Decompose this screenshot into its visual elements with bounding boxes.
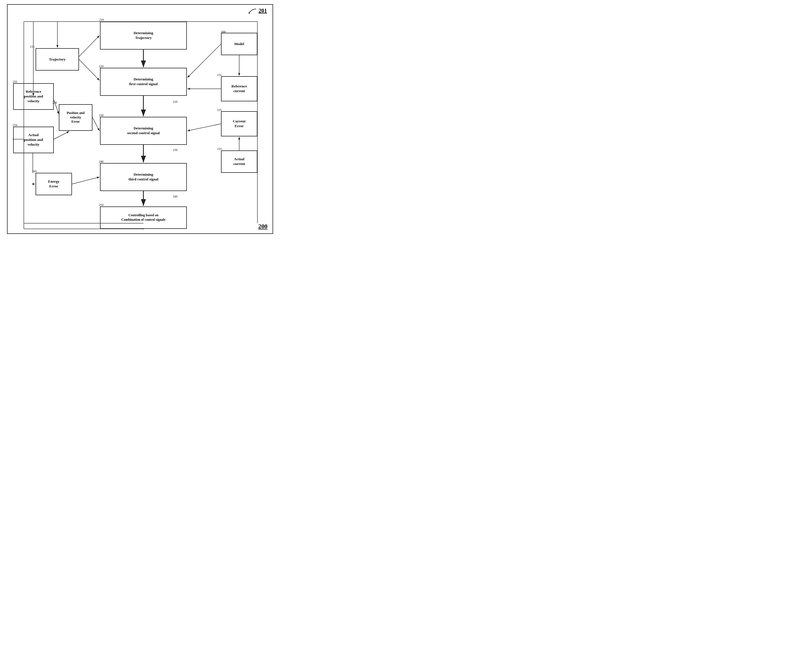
ref-249: 249	[173, 195, 178, 198]
ref-250: 250	[99, 203, 104, 206]
ref-239: 239	[173, 148, 178, 152]
box-energy-error: Energy Error	[35, 173, 72, 195]
ref-231: 231	[217, 73, 222, 77]
svg-line-15	[54, 131, 69, 139]
box-determining-trajectory: Determining Trajectory	[100, 22, 187, 50]
arrow-201-icon	[246, 8, 257, 16]
svg-line-13	[79, 59, 99, 80]
label-200: 200	[258, 223, 267, 230]
ref-215: 215	[30, 45, 35, 48]
box-determining-third: Determining third control signal	[100, 163, 187, 191]
ref-234: 234	[13, 123, 18, 126]
ref-500: 500	[221, 30, 226, 34]
box-reference-current: Reference current	[221, 76, 257, 101]
svg-line-12	[79, 35, 99, 57]
box-model: Model	[221, 33, 257, 55]
svg-line-9	[187, 124, 221, 131]
ref-245: 245	[32, 170, 37, 173]
ref-236: 236	[53, 101, 57, 104]
box-position-velocity-error: Position and velocity Error	[59, 104, 93, 131]
ref-220: 220	[99, 64, 104, 68]
svg-line-19	[72, 177, 99, 184]
box-actual-position: Actual position and velocity	[13, 126, 54, 153]
box-current-error: Current Error	[221, 111, 257, 136]
ref-235: 235	[217, 108, 222, 112]
box-actual-current: Actual current	[221, 150, 257, 173]
ref-232: 232	[13, 80, 18, 83]
box-controlling: Controlling based on Combination of cont…	[100, 206, 187, 229]
box-reference-position: Reference position and velocity	[13, 83, 54, 110]
svg-line-16	[93, 117, 99, 131]
ref-210: 210	[99, 18, 104, 21]
box-determining-first: Determining first control signal	[100, 68, 187, 96]
box-determining-second: Determining second control signal	[100, 117, 187, 145]
diagram-container: 201 Determining Trajectory 210 Trajector…	[7, 4, 273, 234]
box-trajectory: Trajectory	[35, 48, 79, 70]
ref-229: 229	[173, 100, 178, 103]
svg-line-7	[187, 44, 221, 78]
label-201: 201	[259, 8, 267, 14]
ref-233: 233	[217, 147, 222, 150]
ref-230: 230	[99, 114, 104, 117]
ref-240: 240	[99, 160, 104, 163]
